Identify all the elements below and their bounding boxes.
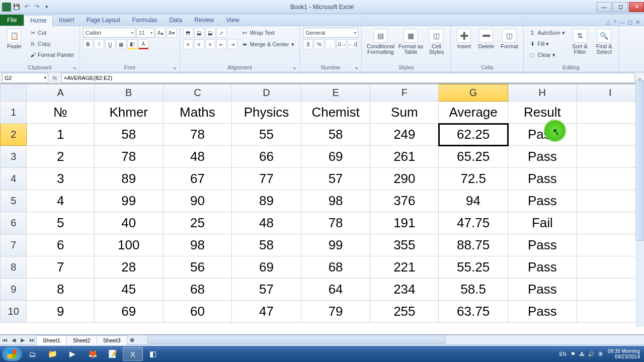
cell[interactable]: 221 bbox=[370, 256, 439, 279]
cell[interactable]: Fail bbox=[508, 212, 577, 234]
cell[interactable]: 89 bbox=[232, 190, 301, 212]
cell[interactable]: 58.5 bbox=[439, 279, 508, 301]
taskbar-notes[interactable]: 📝 bbox=[103, 347, 123, 361]
cell[interactable]: Maths bbox=[163, 102, 232, 124]
align-right-icon[interactable]: ≡ bbox=[205, 39, 215, 49]
row-header-3[interactable]: 3 bbox=[1, 146, 27, 168]
cell[interactable]: 234 bbox=[370, 279, 439, 301]
row-header-9[interactable]: 9 bbox=[1, 279, 27, 301]
cell[interactable] bbox=[577, 124, 643, 146]
cell[interactable]: 249 bbox=[370, 124, 439, 146]
borders-button[interactable]: ▦ bbox=[116, 39, 126, 49]
fill-button[interactable]: ⬇Fill▾ bbox=[527, 39, 567, 49]
cell[interactable]: 40 bbox=[94, 212, 163, 234]
cell[interactable]: 355 bbox=[370, 234, 439, 256]
cell[interactable]: 66 bbox=[232, 146, 301, 168]
conditional-formatting-button[interactable]: ▤Conditional Formatting bbox=[365, 28, 396, 55]
cell[interactable]: 191 bbox=[370, 212, 439, 234]
hscroll-thumb[interactable] bbox=[147, 336, 445, 344]
cell[interactable]: 99 bbox=[301, 234, 370, 256]
bold-button[interactable]: B bbox=[83, 39, 93, 49]
number-dialog-launcher[interactable]: ⬊ bbox=[355, 66, 360, 71]
cell[interactable]: Pass bbox=[508, 279, 577, 301]
cell[interactable]: № bbox=[27, 102, 94, 124]
cell[interactable]: 9 bbox=[27, 301, 94, 323]
align-bottom-icon[interactable]: ⬓ bbox=[205, 28, 215, 38]
file-tab[interactable]: File bbox=[0, 15, 24, 26]
cell[interactable]: 64 bbox=[301, 279, 370, 301]
cell[interactable]: 69 bbox=[232, 256, 301, 279]
cell[interactable]: 5 bbox=[27, 212, 94, 234]
align-center-icon[interactable]: ≡ bbox=[194, 39, 204, 49]
row-header-5[interactable]: 5 bbox=[1, 190, 27, 212]
autosum-button[interactable]: ΣAutoSum▾ bbox=[527, 28, 567, 38]
row-header-8[interactable]: 8 bbox=[1, 256, 27, 279]
comma-icon[interactable]: , bbox=[325, 39, 335, 49]
insert-cells-button[interactable]: ➕Insert bbox=[454, 28, 474, 49]
cell[interactable] bbox=[577, 256, 643, 279]
column-header-B[interactable]: B bbox=[94, 84, 163, 102]
tray-clock[interactable]: 09:35 Morning 09/23/2014 bbox=[608, 348, 642, 359]
cell[interactable]: Average bbox=[439, 102, 508, 124]
cell[interactable]: 57 bbox=[232, 279, 301, 301]
cell[interactable]: 6 bbox=[27, 234, 94, 256]
cell[interactable]: Pass bbox=[508, 190, 577, 212]
cell[interactable]: 69 bbox=[301, 146, 370, 168]
cell[interactable]: 48 bbox=[232, 212, 301, 234]
cell[interactable]: 69 bbox=[94, 301, 163, 323]
cell[interactable]: Result bbox=[508, 102, 577, 124]
cell[interactable] bbox=[577, 234, 643, 256]
cell[interactable]: 45 bbox=[94, 279, 163, 301]
cell[interactable]: Pass bbox=[508, 256, 577, 279]
cell[interactable]: 55.25 bbox=[439, 256, 508, 279]
cell[interactable]: 28 bbox=[94, 256, 163, 279]
insert-tab[interactable]: Insert bbox=[53, 15, 80, 26]
view-tab[interactable]: View bbox=[220, 15, 246, 26]
wrap-text-button[interactable]: ↩Wrap Text bbox=[239, 28, 297, 38]
cell[interactable]: 99 bbox=[94, 190, 163, 212]
format-painter-button[interactable]: 🖌Format Painter bbox=[27, 50, 76, 60]
cell[interactable]: Pass bbox=[508, 124, 577, 146]
cell[interactable]: 94 bbox=[439, 190, 508, 212]
formula-bar[interactable]: =AVERAGE(B2:E2) bbox=[61, 73, 635, 83]
cell[interactable]: 58 bbox=[232, 234, 301, 256]
doc-minimize-icon[interactable]: — bbox=[619, 19, 625, 26]
cell[interactable]: 72.5 bbox=[439, 168, 508, 190]
orientation-icon[interactable]: ⤢ bbox=[216, 28, 226, 38]
row-header-6[interactable]: 6 bbox=[1, 212, 27, 234]
horizontal-scrollbar[interactable] bbox=[147, 336, 644, 344]
qat-dropdown-icon[interactable]: ▾ bbox=[42, 3, 51, 12]
tray-lang[interactable]: EN bbox=[559, 351, 567, 357]
doc-close-icon[interactable]: ✕ bbox=[635, 19, 640, 26]
cell[interactable]: 60 bbox=[163, 301, 232, 323]
maximize-button[interactable]: ◻ bbox=[613, 2, 628, 12]
sheet-nav-last-icon[interactable]: ⏭ bbox=[27, 337, 36, 343]
cell[interactable]: Pass bbox=[508, 234, 577, 256]
fill-color-button[interactable]: ◧ bbox=[127, 39, 137, 49]
sheet-nav-first-icon[interactable]: ⏮ bbox=[0, 337, 9, 343]
increase-indent-icon[interactable]: ⇥ bbox=[227, 39, 237, 49]
cell[interactable] bbox=[577, 301, 643, 323]
cell[interactable]: 290 bbox=[370, 168, 439, 190]
cell[interactable] bbox=[577, 212, 643, 234]
cell[interactable]: Pass bbox=[508, 301, 577, 323]
font-color-button[interactable]: A bbox=[138, 39, 148, 49]
cell[interactable] bbox=[577, 279, 643, 301]
decrease-font-icon[interactable]: A▾ bbox=[167, 28, 177, 38]
paste-button[interactable]: 📋 Paste bbox=[3, 28, 25, 49]
cell[interactable]: Physics bbox=[232, 102, 301, 124]
cell[interactable]: 57 bbox=[301, 168, 370, 190]
clipboard-dialog-launcher[interactable]: ⬊ bbox=[73, 66, 78, 71]
currency-icon[interactable]: $ bbox=[303, 39, 313, 49]
cell[interactable]: 2 bbox=[27, 146, 94, 168]
cell[interactable]: 3 bbox=[27, 168, 94, 190]
sheet-tab-sheet2[interactable]: Sheet2 bbox=[66, 335, 97, 345]
cell[interactable]: 255 bbox=[370, 301, 439, 323]
cell[interactable]: 376 bbox=[370, 190, 439, 212]
increase-font-icon[interactable]: A▴ bbox=[155, 28, 166, 38]
cell[interactable]: 68 bbox=[301, 256, 370, 279]
column-header-D[interactable]: D bbox=[232, 84, 301, 102]
cell[interactable]: Pass bbox=[508, 146, 577, 168]
tray-volume-icon[interactable]: 🔊 bbox=[588, 351, 595, 357]
tray-shield-icon[interactable]: ⛨ bbox=[598, 351, 604, 357]
